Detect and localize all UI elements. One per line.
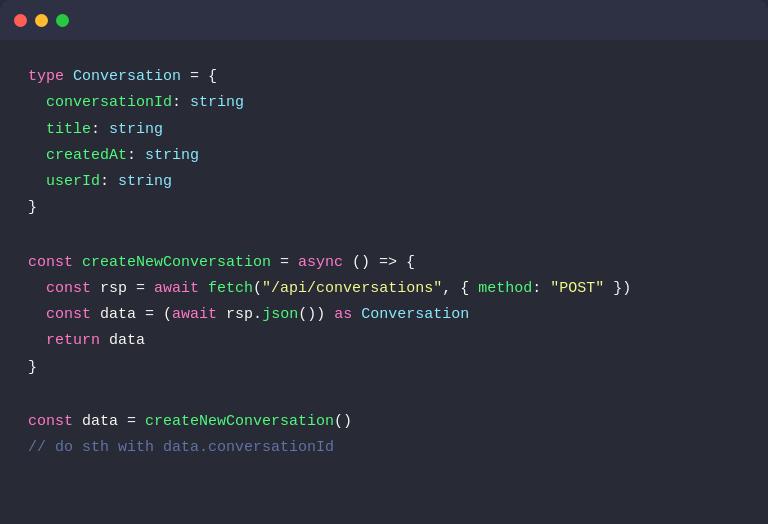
code-line: } — [28, 195, 740, 221]
type-keyword: string — [109, 117, 163, 143]
punctuation: () => { — [352, 250, 415, 276]
code-line: const rsp = await fetch("/api/conversati… — [28, 276, 740, 302]
variable: rsp — [226, 302, 253, 328]
property: title — [46, 117, 91, 143]
code-line: createdAt: string — [28, 143, 740, 169]
code-line: // do sth with data.conversationId — [28, 435, 740, 461]
indent — [28, 90, 46, 116]
operator: = — [118, 409, 145, 435]
indent — [28, 276, 46, 302]
keyword-async: async — [298, 250, 352, 276]
keyword-await: await — [172, 302, 226, 328]
keyword: const — [28, 409, 82, 435]
maximize-button[interactable] — [56, 14, 69, 27]
keyword: const — [46, 276, 100, 302]
colon: : — [127, 143, 145, 169]
code-line: conversationId: string — [28, 90, 740, 116]
keyword: const — [46, 302, 100, 328]
empty-line — [28, 222, 740, 250]
titlebar — [0, 0, 768, 40]
indent — [28, 117, 46, 143]
property: userId — [46, 169, 100, 195]
keyword-as: as — [334, 302, 361, 328]
colon: : — [532, 276, 550, 302]
comment: // do sth with data.conversationId — [28, 435, 334, 461]
variable: data — [82, 409, 118, 435]
colon: : — [172, 90, 190, 116]
punctuation: }) — [604, 276, 631, 302]
property: createdAt — [46, 143, 127, 169]
code-line: return data — [28, 328, 740, 354]
type-name: Conversation — [73, 64, 181, 90]
indent — [28, 302, 46, 328]
type-keyword: string — [190, 90, 244, 116]
punctuation: ()) — [298, 302, 334, 328]
app-window: type Conversation = { conversationId: st… — [0, 0, 768, 524]
colon: : — [100, 169, 118, 195]
function-call: createNewConversation — [145, 409, 334, 435]
variable: data — [109, 328, 145, 354]
function-name: createNewConversation — [82, 250, 271, 276]
punctuation: ( — [253, 276, 262, 302]
colon: : — [91, 117, 109, 143]
operator: = — [136, 302, 163, 328]
code-line: const data = createNewConversation() — [28, 409, 740, 435]
variable: rsp — [100, 276, 127, 302]
empty-line — [28, 381, 740, 409]
punctuation: () — [334, 409, 352, 435]
indent — [28, 169, 46, 195]
code-line: title: string — [28, 117, 740, 143]
operator: = — [127, 276, 154, 302]
brace: } — [28, 355, 37, 381]
minimize-button[interactable] — [35, 14, 48, 27]
code-editor: type Conversation = { conversationId: st… — [0, 40, 768, 524]
code-line: type Conversation = { — [28, 64, 740, 90]
code-line: const createNewConversation = async () =… — [28, 250, 740, 276]
code-line: } — [28, 355, 740, 381]
property: method — [478, 276, 532, 302]
type-name: Conversation — [361, 302, 469, 328]
string: "POST" — [550, 276, 604, 302]
property: conversationId — [46, 90, 172, 116]
punctuation: = { — [181, 64, 217, 90]
keyword-await: await — [154, 276, 208, 302]
string: "/api/conversations" — [262, 276, 442, 302]
variable: data — [100, 302, 136, 328]
function-call: fetch — [208, 276, 253, 302]
brace: } — [28, 195, 37, 221]
keyword: type — [28, 64, 73, 90]
operator: = — [271, 250, 298, 276]
dot: . — [253, 302, 262, 328]
type-keyword: string — [118, 169, 172, 195]
method-call: json — [262, 302, 298, 328]
close-button[interactable] — [14, 14, 27, 27]
indent — [28, 328, 46, 354]
indent — [28, 143, 46, 169]
code-line: const data = (await rsp.json()) as Conve… — [28, 302, 740, 328]
code-line: userId: string — [28, 169, 740, 195]
punctuation: , { — [442, 276, 478, 302]
punctuation: ( — [163, 302, 172, 328]
keyword-return: return — [46, 328, 109, 354]
type-keyword: string — [145, 143, 199, 169]
keyword: const — [28, 250, 82, 276]
